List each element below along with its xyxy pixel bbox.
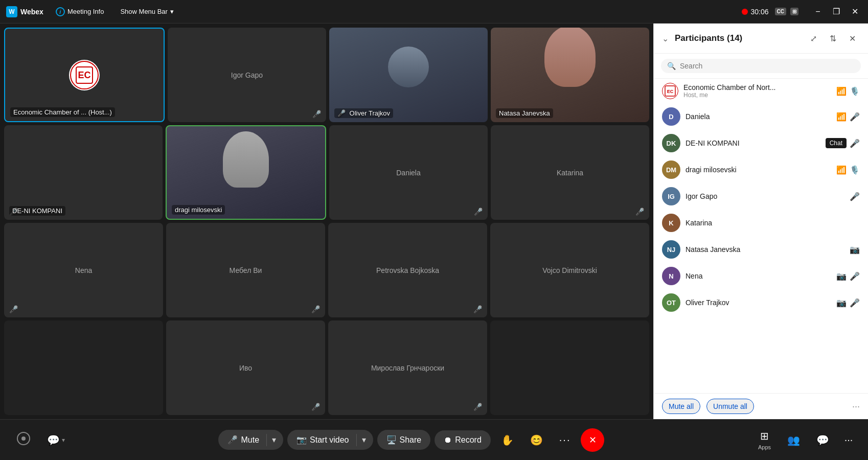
video-icon: 📷 [296,435,307,445]
video-tile-katarina[interactable]: 🎤 Katarina [491,125,649,220]
svg-text:EC: EC [78,70,90,80]
video-tile-dragi[interactable]: dragi milosevski [166,125,326,220]
reactions-button[interactable]: 😊 [524,430,549,450]
share-button[interactable]: 🖥️ Share [381,432,427,448]
title-bar: W Webex i Meeting Info Show Menu Bar ▾ 3… [0,0,868,24]
chat-toolbar-button[interactable]: 💬 [810,430,835,450]
participant-item-deni[interactable]: DK DE-NI KOMPANI Chat 🎤 [654,130,868,156]
participant-icons-oliver: 📷 🎤 [836,298,860,308]
video-tile-natasa[interactable]: Natasa Janevska [491,28,649,122]
signal-icon-economic: 📶 [836,86,847,96]
svg-point-5 [21,436,26,441]
participant-item-natasa[interactable]: NJ Natasa Janevska 📷 [654,236,868,263]
apps-button[interactable]: ⊞ Apps [752,426,777,454]
participant-item-igor[interactable]: IG Igor Gapo 🎤 [654,183,868,210]
video-tile-economic-chamber[interactable]: EC Economic Chamber of ... (Host...) [4,28,165,122]
tile-avatar-economic: EC [69,60,100,90]
mute-all-button[interactable]: Mute all [662,399,700,414]
collapse-panel-button[interactable]: ⌄ [662,34,669,43]
participant-info-nena: Nena [686,272,831,280]
chat-toolbar-icon: 💬 [816,434,829,446]
more-options-toolbar-button[interactable]: ··· [553,430,577,450]
mute-icon-2: 🎤 [312,110,321,118]
meeting-info-button[interactable]: i Meeting Info [52,5,108,18]
tile-name-label-12: Vojco Dimitrovski [542,266,597,274]
restore-button[interactable]: ❐ [829,5,843,19]
participant-name-nena: Nena [686,272,831,280]
mute-label: Mute [241,435,259,445]
participant-item-katarina[interactable]: K Katarina [654,210,868,236]
mute-icon-10: 🎤 [311,305,320,313]
video-tile-igor[interactable]: Igor Gapo 🎤 [168,28,326,122]
participants-panel: ⌄ Participants (14) ⤢ ⇅ ✕ 🔍 EC [653,24,868,419]
share-button-group: 🖥️ Share [377,430,431,450]
end-call-button[interactable]: ✕ [581,428,604,452]
activity-button[interactable] [10,427,37,452]
webex-logo: W Webex [6,6,43,17]
video-tile-mebel[interactable]: 🎤 Мебел Ви [166,223,325,317]
mute-icon-7: 🎤 [474,208,483,216]
sort-button[interactable]: ⇅ [825,31,840,46]
participant-avatar-igor: IG [662,187,680,205]
participant-info-economic: Economic Chamber of Nort... Host, me [683,83,831,99]
apps-icon: ⊞ [760,430,769,442]
signal-icon-daniela: 📶 [836,112,847,122]
minimize-button[interactable]: − [811,5,825,19]
show-menu-bar-button[interactable]: Show Menu Bar ▾ [116,6,178,17]
video-tile-miroslav[interactable]: 🎤 Мирослав Грнчароски [328,320,487,415]
reactions-icon: 😊 [530,434,543,446]
video-tile-oliver[interactable]: 🎤 Oliver Trajkov [329,28,488,122]
participant-name-dragi: dragi milosevski [686,166,831,174]
window-controls: − ❐ ✕ [811,5,862,19]
participant-info-daniela: Daniela [686,112,831,121]
camera-icon-oliver: 📷 [836,298,847,308]
toolbar-more-button[interactable]: ··· [839,431,858,449]
participant-info-igor: Igor Gapo [686,192,844,200]
close-panel-button[interactable]: ✕ [844,31,860,46]
participant-item-oliver[interactable]: OT Oliver Trajkov 📷 🎤 [654,289,868,316]
captions-icon: 💬 [47,434,60,446]
mute-button[interactable]: 🎤 Mute [222,432,264,448]
participant-item-economic[interactable]: EC Economic Chamber of Nort... Host, me … [654,79,868,103]
participant-avatar-daniela: D [662,107,680,126]
participant-name-daniela: Daniela [686,112,831,121]
video-tile-deni[interactable]: 🎤 DE-NI KOMPANI [4,125,163,220]
mute-chevron-button[interactable]: ▾ [269,432,279,448]
search-input[interactable] [680,62,855,70]
video-tile-petrovska[interactable]: 🎤 Petrovska Bojkoska [328,223,487,317]
popout-button[interactable]: ⤢ [806,31,821,46]
tile-name-3: 🎤 Oliver Trajkov [334,108,393,118]
video-tile-nena[interactable]: 🎤 Nena [4,223,163,317]
participant-item-dragi[interactable]: DM dragi milosevski 📶 🎙️ [654,156,868,183]
video-tile-ivo[interactable]: 🎤 Иво [166,320,325,415]
show-menu-bar-label: Show Menu Bar [120,8,168,15]
video-button-group: 📷 Start video ▾ [287,430,373,450]
participant-item-nena[interactable]: N Nena 📷 🎤 [654,263,868,289]
mute-divider [266,434,267,446]
start-video-button[interactable]: 📷 Start video [291,432,354,448]
search-input-wrap: 🔍 [661,59,861,73]
more-options-button[interactable]: ··· [852,401,860,412]
participant-name-deni: DE-NI KOMPANI [686,139,820,147]
participant-info-katarina: Katarina [686,219,855,227]
record-button[interactable]: ⏺ Record [439,432,487,448]
participant-name-oliver: Oliver Trajkov [686,298,831,307]
meeting-timer: 30:06 [742,8,769,16]
video-chevron-button[interactable]: ▾ [359,432,369,448]
raise-hand-button[interactable]: ✋ [495,430,520,450]
oliver-face [388,47,429,87]
captions-button[interactable]: 💬 ▾ [41,430,71,450]
video-tile-daniela[interactable]: 🎤 Daniela [329,125,488,220]
video-tile-vojco[interactable]: Vojco Dimitrovski [490,223,649,317]
close-button[interactable]: ✕ [848,5,862,19]
cc-badge: CC [775,8,786,15]
tile-name-label-10: Мебел Ви [230,266,262,274]
participants-toolbar-button[interactable]: 👥 [781,430,806,450]
participant-item-daniela[interactable]: D Daniela 📶 🎤 [654,103,868,130]
participants-count: (14) [727,33,742,43]
participant-icons-natasa: 📷 [850,245,860,255]
unmute-all-button[interactable]: Unmute all [706,399,754,414]
participant-avatar-economic: EC [662,83,678,99]
participant-avatar-natasa: NJ [662,240,680,259]
participant-role-economic: Host, me [683,91,831,99]
